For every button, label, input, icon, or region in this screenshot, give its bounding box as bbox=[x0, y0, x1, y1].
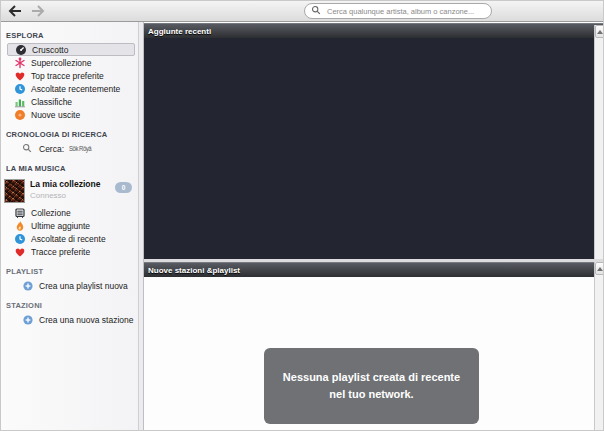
clock-icon bbox=[14, 83, 26, 95]
sidebar-item-label: Top tracce preferite bbox=[31, 71, 104, 81]
sidebar-item-tracce-preferite[interactable]: Tracce preferite bbox=[1, 245, 138, 258]
flame-icon bbox=[14, 220, 26, 232]
recent-panel-content[interactable] bbox=[144, 38, 604, 259]
sidebar-item-label: Crea una playlist nuova bbox=[39, 281, 128, 291]
empty-playlists-message: Nessuna playlist creata di recente nel t… bbox=[278, 369, 465, 403]
sidebar-item-label: Classifiche bbox=[31, 97, 72, 107]
sidebar-item-label: Ultime aggiunte bbox=[31, 221, 90, 231]
section-title-cronologia: CRONOLOGIA DI RICERCA bbox=[6, 130, 138, 139]
sidebar-item-crea-stazione[interactable]: Crea una nuova stazione bbox=[1, 313, 138, 326]
sidebar-item-label: Tracce preferite bbox=[31, 247, 90, 257]
recent-panel-scrollbar[interactable] bbox=[594, 25, 604, 259]
avatar bbox=[4, 179, 25, 203]
collection-icon bbox=[14, 207, 26, 219]
sidebar-item-top-tracce-preferite[interactable]: Top tracce preferite bbox=[1, 69, 138, 82]
stations-panel-title: Nuove stazioni &playlist bbox=[148, 266, 240, 275]
stations-panel-scrollbar[interactable] bbox=[594, 262, 604, 431]
sidebar: ESPLORA Cruscotto Supercollezione Top tr… bbox=[1, 22, 138, 431]
heart-icon bbox=[14, 246, 26, 258]
recent-panel-title: Aggiunte recenti bbox=[148, 27, 211, 36]
sidebar-item-search-history[interactable]: Cerca: Sök Röyä bbox=[1, 142, 138, 155]
search-icon bbox=[22, 143, 34, 155]
sidebar-item-collezione[interactable]: Collezione bbox=[1, 206, 138, 219]
top-toolbar bbox=[1, 1, 604, 22]
plus-circle-icon bbox=[22, 280, 34, 292]
section-title-esplora: ESPLORA bbox=[6, 31, 138, 40]
search-icon bbox=[311, 5, 323, 17]
stations-panel-header: Nuove stazioni &playlist bbox=[144, 262, 604, 277]
triangle-up-icon bbox=[597, 30, 603, 34]
sidebar-item-ascoltate-recentemente[interactable]: Ascoltate recentemente bbox=[1, 82, 138, 95]
sidebar-item-nuove-uscite[interactable]: Nuove uscite bbox=[1, 108, 138, 121]
clock-icon bbox=[14, 233, 26, 245]
new-releases-icon bbox=[14, 109, 26, 121]
profile-info: La mia collezione Connesso bbox=[30, 179, 100, 200]
nav-arrows bbox=[6, 3, 45, 19]
global-search-box[interactable] bbox=[304, 3, 492, 19]
stations-panel-content[interactable]: Nessuna playlist creata di recente nel t… bbox=[144, 277, 604, 431]
sidebar-item-classifiche[interactable]: Classifiche bbox=[1, 95, 138, 108]
sidebar-item-label: Cruscotto bbox=[32, 45, 68, 55]
search-history-query: Sök Röyä bbox=[69, 145, 91, 152]
sidebar-item-supercollezione[interactable]: Supercollezione bbox=[1, 56, 138, 69]
dashboard-icon bbox=[15, 44, 27, 56]
profile-name: La mia collezione bbox=[30, 179, 100, 189]
search-history-label: Cerca: bbox=[39, 144, 64, 154]
sidebar-item-label: Ascoltate di recente bbox=[31, 234, 106, 244]
sidebar-item-cruscotto[interactable]: Cruscotto bbox=[7, 43, 135, 56]
scrollbar-up-button[interactable] bbox=[595, 25, 604, 38]
sidebar-item-ascoltate-di-recente[interactable]: Ascoltate di recente bbox=[1, 232, 138, 245]
sidebar-item-ultime-aggiunte[interactable]: Ultime aggiunte bbox=[1, 219, 138, 232]
bar-chart-icon bbox=[14, 96, 26, 108]
sidebar-item-label: Supercollezione bbox=[31, 58, 91, 68]
scrollbar-up-button[interactable] bbox=[595, 262, 604, 275]
forward-button[interactable] bbox=[29, 3, 45, 19]
back-button[interactable] bbox=[6, 3, 22, 19]
search-input[interactable] bbox=[327, 7, 485, 16]
heart-icon bbox=[14, 70, 26, 82]
profile-status: Connesso bbox=[30, 191, 100, 200]
sidebar-item-label: Nuove uscite bbox=[31, 110, 80, 120]
back-arrow-icon bbox=[8, 5, 20, 17]
recent-panel-header: Aggiunte recenti bbox=[144, 23, 604, 38]
sidebar-item-label: Crea una nuova stazione bbox=[39, 315, 134, 325]
plus-circle-icon bbox=[22, 314, 34, 326]
triangle-up-icon bbox=[597, 267, 603, 271]
status-badge: 0 bbox=[115, 182, 132, 193]
super-collection-icon bbox=[14, 57, 26, 69]
section-title-la-mia-musica: LA MIA MUSICA bbox=[6, 164, 138, 173]
sidebar-item-label: Collezione bbox=[31, 208, 71, 218]
sidebar-item-label: Ascoltate recentemente bbox=[31, 84, 120, 94]
app-window: ESPLORA Cruscotto Supercollezione Top tr… bbox=[0, 0, 604, 431]
forward-arrow-icon bbox=[31, 5, 43, 17]
section-title-stazioni: STAZIONI bbox=[6, 301, 138, 310]
sidebar-item-crea-playlist[interactable]: Crea una playlist nuova bbox=[1, 279, 138, 292]
section-title-playlist: PLAYLIST bbox=[6, 267, 138, 276]
profile-row[interactable]: La mia collezione Connesso 0 bbox=[1, 176, 138, 206]
empty-playlists-message-box: Nessuna playlist creata di recente nel t… bbox=[264, 348, 479, 424]
